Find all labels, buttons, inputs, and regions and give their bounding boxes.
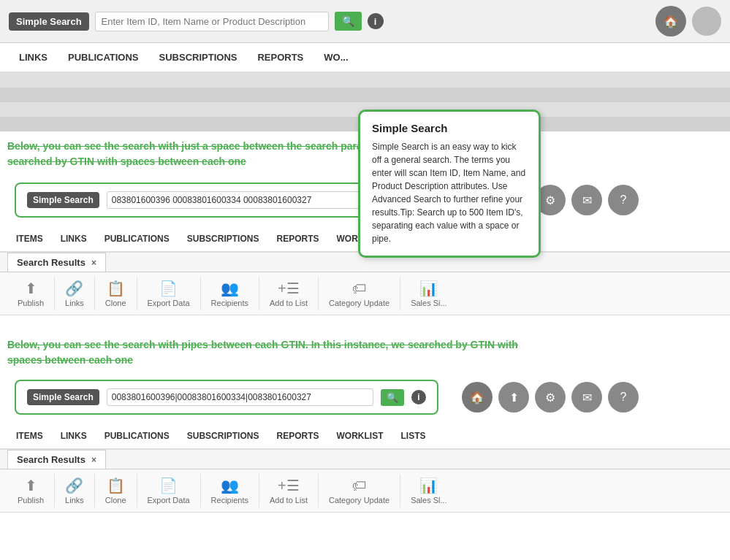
export-label: Export Data [148, 299, 190, 307]
toolbar2-links[interactable]: 🔗 Links [55, 474, 95, 507]
toolbar1-publish[interactable]: ⬆ Publish [7, 277, 55, 310]
nav-worklist[interactable]: WO... [313, 43, 358, 72]
nav1-publications[interactable]: PUBLICATIONS [96, 226, 178, 251]
publish-icon-2: ⬆ [25, 477, 37, 494]
toolbar1-category-update[interactable]: 🏷 Category Update [319, 277, 400, 310]
clone-label: Clone [105, 299, 126, 307]
toolbar1-export[interactable]: 📄 Export Data [137, 277, 201, 310]
nav-reports[interactable]: REPORTS [247, 43, 313, 72]
export-icon-2: 📄 [159, 477, 178, 494]
instruction-line2: searched by GTIN with spaces between eac… [7, 156, 246, 167]
nav1-links[interactable]: LINKS [52, 226, 96, 251]
publish-label: Publish [18, 299, 44, 307]
sales-icon-2: 📊 [419, 477, 438, 494]
toolbar2-clone[interactable]: 📋 Clone [95, 474, 137, 507]
nav2-links[interactable]: LINKS [52, 423, 96, 448]
search1-input[interactable] [107, 191, 373, 209]
category-update-icon: 🏷 [352, 280, 367, 297]
toolbar1-recipients[interactable]: 👥 Recipients [201, 277, 259, 310]
simple-search-label: Simple Search [9, 12, 89, 31]
search1-label: Simple Search [27, 192, 99, 208]
settings-btn-2[interactable]: ⚙ [535, 382, 566, 413]
instruction2-line1: Below, you can see the search with pipes… [7, 339, 518, 350]
nav1-reports[interactable]: REPORTS [267, 226, 327, 251]
toolbar2-sales[interactable]: 📊 Sales Sl... [400, 474, 457, 507]
home-btn-2[interactable]: 🏠 [462, 382, 493, 413]
toolbar-1: ⬆ Publish 🔗 Links 📋 Clone 📄 Export Data … [0, 272, 730, 315]
nav2-lists[interactable]: LISTS [392, 423, 434, 448]
toolbar2-export[interactable]: 📄 Export Data [137, 474, 201, 507]
toolbar1-sales[interactable]: 📊 Sales Si... [400, 277, 457, 310]
top-search-button[interactable]: 🔍 [335, 12, 362, 31]
top-search-input[interactable] [95, 12, 329, 31]
sales-label: Sales Si... [411, 299, 447, 307]
publish-icon: ⬆ [25, 280, 37, 297]
export2-label: Export Data [148, 496, 190, 505]
toolbar1-add-to-list[interactable]: +☰ Add to List [259, 277, 319, 310]
toolbar2-category-update[interactable]: 🏷 Category Update [319, 475, 400, 507]
links-icon-2: 🔗 [65, 477, 83, 494]
nav-publications[interactable]: PUBLICATIONS [58, 43, 149, 72]
help-btn-2[interactable]: ? [608, 382, 639, 413]
section-nav-2: ITEMS LINKS PUBLICATIONS SUBSCRIPTIONS R… [0, 423, 730, 450]
results-tab-1-label: Search Results [17, 257, 85, 268]
clone-icon-2: 📋 [107, 477, 125, 494]
toolbar1-clone[interactable]: 📋 Clone [95, 277, 137, 310]
nav-subscriptions[interactable]: SUBSCRIPTIONS [149, 43, 248, 72]
top-nav-bar: LINKS PUBLICATIONS SUBSCRIPTIONS REPORTS… [0, 43, 730, 73]
top-info-button[interactable]: i [368, 13, 384, 29]
toolbar2-publish[interactable]: ⬆ Publish [7, 474, 55, 507]
nav-links[interactable]: LINKS [9, 43, 58, 72]
add-to-list-label: Add to List [270, 299, 308, 307]
profile-icon [692, 7, 721, 36]
results-tab-bar-2: Search Results × [0, 450, 730, 469]
search2-label: Simple Search [27, 389, 99, 405]
links-label: Links [65, 299, 84, 307]
results-tab-1[interactable]: Search Results × [7, 253, 106, 272]
nav2-publications[interactable]: PUBLICATIONS [96, 423, 178, 448]
icon-buttons-row-2: 🏠 ⬆ ⚙ ✉ ? [462, 382, 639, 413]
mail-btn-1[interactable]: ✉ [571, 185, 602, 215]
sales2-label: Sales Sl... [411, 496, 447, 505]
tooltip-body: Simple Search is an easy way to kick off… [372, 140, 527, 245]
links-icon: 🔗 [65, 280, 83, 297]
help-btn-1[interactable]: ? [608, 185, 639, 215]
category-update-icon-2: 🏷 [352, 477, 367, 494]
nav1-items[interactable]: ITEMS [7, 226, 52, 251]
clone2-label: Clone [105, 496, 126, 505]
instruction-text-2: Below, you can see the search with pipes… [0, 330, 730, 371]
recipients-icon-2: 👥 [221, 477, 239, 494]
links2-label: Links [65, 496, 84, 505]
publish2-label: Publish [18, 496, 44, 505]
tooltip-title: Simple Search [372, 122, 527, 134]
clone-icon: 📋 [107, 280, 125, 297]
mail-btn-2[interactable]: ✉ [571, 382, 602, 413]
results-tab-2[interactable]: Search Results × [7, 450, 106, 469]
search2-input[interactable] [107, 388, 373, 406]
add-to-list-icon: +☰ [278, 280, 300, 297]
toolbar2-recipients[interactable]: 👥 Recipients [201, 474, 259, 507]
toolbar1-links[interactable]: 🔗 Links [55, 277, 95, 310]
nav2-worklist[interactable]: WORKLIST [327, 423, 392, 448]
nav2-items[interactable]: ITEMS [7, 423, 52, 448]
category-update-label: Category Update [329, 299, 389, 307]
nav2-subscriptions[interactable]: SUBSCRIPTIONS [178, 423, 268, 448]
search2-info-button[interactable]: i [411, 390, 426, 404]
tooltip-popup: Simple Search Simple Search is an easy w… [358, 110, 541, 258]
toolbar-2: ⬆ Publish 🔗 Links 📋 Clone 📄 Export Data … [0, 469, 730, 513]
results-tab-1-close[interactable]: × [91, 258, 96, 268]
add-to-list-icon-2: +☰ [278, 477, 300, 494]
add-to-list2-label: Add to List [270, 496, 308, 505]
recipients2-label: Recipients [211, 496, 248, 505]
recipients-icon: 👥 [221, 280, 239, 297]
nav2-reports[interactable]: REPORTS [267, 423, 327, 448]
upload-btn-2[interactable]: ⬆ [498, 382, 529, 413]
nav1-subscriptions[interactable]: SUBSCRIPTIONS [178, 226, 268, 251]
category-update2-label: Category Update [329, 496, 389, 505]
export-icon: 📄 [159, 280, 178, 297]
recipients-label: Recipients [211, 299, 248, 307]
results-tab-2-close[interactable]: × [91, 455, 96, 465]
toolbar2-add-to-list[interactable]: +☰ Add to List [259, 474, 319, 507]
search2-button[interactable]: 🔍 [381, 389, 404, 406]
home-icon-top[interactable]: 🏠 [655, 6, 686, 37]
